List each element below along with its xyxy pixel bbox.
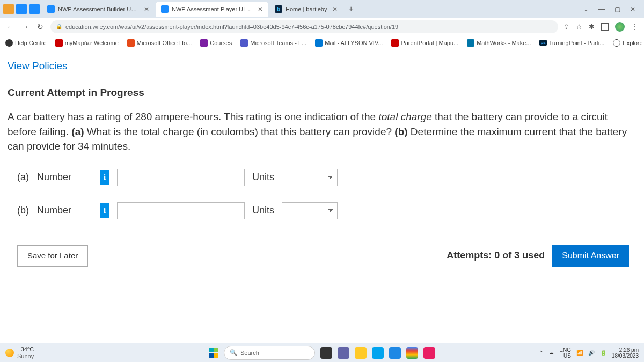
bookmark-courses[interactable]: Courses	[200, 39, 232, 47]
windows-taskbar: 34°CSunny 🔍Search ⌃ ☁ ENGUS 📶 🔊 🔋 2:26 p…	[0, 343, 644, 362]
system-tray: ⌃ ☁ ENGUS 📶 🔊 🔋 2:26 pm18/03/2023	[539, 347, 639, 359]
answer-row-a: (a) Number i Units	[17, 169, 636, 186]
units-select-b[interactable]	[282, 202, 338, 219]
browser-tab[interactable]: NWP Assessment Builder UI App ✕	[42, 2, 155, 17]
number-input-a[interactable]	[117, 169, 245, 186]
bookmark-mail[interactable]: Mail - ALLYSON VIV...	[315, 39, 383, 47]
sun-icon	[5, 349, 14, 357]
save-for-later-button[interactable]: Save for Later	[17, 245, 88, 267]
pinned-tab-icon[interactable]	[16, 4, 27, 14]
reload-icon[interactable]: ↻	[35, 23, 45, 31]
github-icon	[613, 39, 620, 47]
action-row: Save for Later Attempts: 0 of 3 used Sub…	[17, 245, 636, 267]
ps-icon: ps	[539, 40, 546, 46]
back-icon[interactable]: ←	[5, 23, 15, 31]
menu-icon[interactable]: ⋮	[631, 23, 639, 31]
task-icon[interactable]	[338, 347, 349, 359]
tab-favicon	[161, 5, 169, 13]
task-icon[interactable]	[320, 347, 332, 359]
view-policies-link[interactable]: View Policies	[8, 60, 636, 72]
task-icon[interactable]	[372, 347, 384, 359]
extension-icon[interactable]	[601, 23, 609, 31]
url-field[interactable]: 🔒 education.wiley.com/was/ui/v2/assessme…	[50, 20, 558, 33]
units-select-a[interactable]	[282, 169, 338, 186]
profile-avatar[interactable]	[615, 22, 625, 32]
chevron-down-icon[interactable]: ⌄	[583, 5, 589, 13]
attempts-counter: Attempts: 0 of 3 used	[447, 250, 545, 261]
bookmark-mathworks[interactable]: MathWorks - Make...	[467, 39, 531, 47]
answer-row-b: (b) Number i Units	[17, 202, 636, 219]
star-icon[interactable]: ☆	[576, 23, 582, 31]
search-icon: 🔍	[230, 349, 237, 356]
chevron-up-icon[interactable]: ⌃	[539, 350, 543, 356]
cloud-icon[interactable]: ☁	[548, 350, 554, 356]
share-icon[interactable]: ⇪	[564, 23, 569, 31]
close-icon[interactable]: ✕	[258, 5, 263, 13]
part-label: (b) Number	[17, 205, 92, 216]
weather-widget[interactable]: 34°CSunny	[5, 346, 34, 359]
units-label: Units	[252, 205, 274, 216]
info-icon[interactable]: i	[100, 203, 109, 218]
close-icon[interactable]: ✕	[144, 5, 149, 13]
question-text: A car battery has a rating of 280 ampere…	[8, 109, 636, 154]
volume-icon[interactable]: 🔊	[588, 350, 595, 356]
url-text: education.wiley.com/was/ui/v2/assessment…	[65, 24, 398, 30]
browser-tab-strip: NWP Assessment Builder UI App ✕ NWP Asse…	[0, 0, 644, 18]
task-icon[interactable]	[406, 347, 418, 359]
bookmarks-bar: Help Centre myMapúa: Welcome Microsoft O…	[0, 35, 644, 50]
close-icon[interactable]: ✕	[630, 5, 635, 13]
wifi-icon[interactable]: 📶	[576, 350, 583, 356]
tab-title: Home | bartleby	[286, 6, 327, 12]
close-icon[interactable]: ✕	[332, 5, 338, 13]
number-input-b[interactable]	[117, 202, 245, 219]
battery-icon[interactable]: 🔋	[600, 350, 606, 356]
pinned-tab-icon[interactable]	[3, 4, 14, 14]
clock[interactable]: 2:26 pm18/03/2023	[612, 347, 639, 359]
section-heading: Current Attempt in Progress	[8, 87, 636, 99]
bookmark-msoffice[interactable]: Microsoft Office Ho...	[127, 39, 192, 47]
tab-title: NWP Assessment Builder UI App	[58, 6, 138, 12]
task-icon[interactable]	[355, 347, 367, 359]
task-icon[interactable]	[423, 347, 435, 359]
minimize-icon[interactable]: —	[598, 5, 605, 13]
bookmark-mapua[interactable]: myMapúa: Welcome	[55, 39, 119, 47]
new-tab-button[interactable]: +	[344, 4, 357, 14]
tab-favicon: b	[275, 5, 282, 13]
language-indicator[interactable]: ENGUS	[559, 347, 571, 359]
taskbar-search[interactable]: 🔍Search	[224, 346, 315, 360]
submit-answer-button[interactable]: Submit Answer	[552, 245, 629, 267]
forward-icon[interactable]: →	[20, 23, 30, 31]
window-controls: ⌄ — ▢ ✕	[583, 5, 641, 13]
bookmark-github[interactable]: Explore GitHub	[613, 39, 644, 47]
part-label: (a) Number	[17, 172, 92, 183]
tab-title: NWP Assessment Player UI Appli	[172, 6, 252, 12]
units-label: Units	[252, 172, 274, 183]
bookmark-turningpoint[interactable]: psTurningPoint - Parti...	[539, 40, 604, 46]
page-content: View Policies Current Attempt in Progres…	[0, 50, 644, 267]
maximize-icon[interactable]: ▢	[614, 5, 620, 13]
extensions-icon[interactable]: ✱	[589, 23, 595, 31]
bookmark-parentportal[interactable]: ParentPortal | Mapu...	[391, 39, 458, 47]
info-icon[interactable]: i	[100, 170, 109, 185]
bookmark-teams[interactable]: Microsoft Teams - L...	[240, 39, 306, 47]
browser-tab-active[interactable]: NWP Assessment Player UI Appli ✕	[156, 2, 268, 17]
start-button[interactable]	[209, 348, 218, 358]
task-icon[interactable]	[389, 347, 401, 359]
bookmark-help[interactable]: Help Centre	[5, 39, 47, 47]
pinned-tab-icon[interactable]	[29, 4, 40, 14]
browser-tab[interactable]: b Home | bartleby ✕	[269, 2, 343, 17]
address-bar: ← → ↻ 🔒 education.wiley.com/was/ui/v2/as…	[0, 18, 644, 35]
lock-icon: 🔒	[56, 24, 62, 29]
tab-favicon	[47, 5, 55, 13]
